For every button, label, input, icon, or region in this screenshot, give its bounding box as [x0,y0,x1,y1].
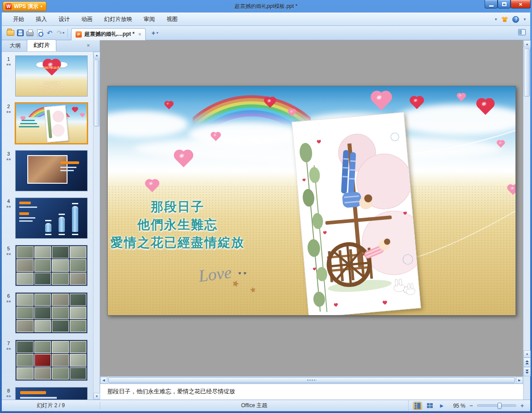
slide-thumbnail-2[interactable]: 2 ★★ [2,102,93,149]
slide-thumbnail-image[interactable] [15,245,88,286]
photo-cell [17,341,34,353]
couple-illustration [292,113,420,316]
slide-thumbnail-5[interactable]: 5 ★★ [2,244,93,291]
slide-thumbnail-8[interactable]: 8 ★★ [2,386,93,400]
slide-thumbnail-7[interactable]: 7 ★★ [2,339,93,386]
task-pane-toggle-icon[interactable] [518,29,526,35]
maximize-button[interactable] [498,0,511,8]
tab-close-icon[interactable]: × [138,31,141,38]
zoom-slider-thumb[interactable] [498,403,502,409]
collapse-ribbon-icon[interactable]: ▾ [495,17,497,21]
tab-outline[interactable]: 大纲 [4,40,27,51]
slide-thumbnail-image[interactable] [15,340,88,381]
slide-thumbnail-image[interactable] [15,198,88,239]
slide-number: 8 [7,388,10,393]
slideshow-button[interactable]: ▶ [437,402,446,410]
print-button[interactable] [25,28,35,38]
panel-close-icon[interactable]: × [87,42,90,49]
panel-scrollbar-thumb[interactable] [94,59,99,126]
scroll-left-icon[interactable]: ◀ [100,377,107,384]
heart-graphic [411,97,423,109]
chart-bar [72,206,78,232]
menu-design[interactable]: 设计 [53,13,76,26]
print-preview-button[interactable] [35,28,45,38]
slide-sorter-view-button[interactable] [425,402,434,410]
notes-pane[interactable]: 那段日子，他们永生难忘，爱情之花已经尽情绽放 [100,384,523,400]
zoom-out-button[interactable]: − [469,402,474,409]
thumb-text-bar [19,217,35,219]
thumb-text-bar [60,167,76,168]
slide-thumbnail-6[interactable]: 6 ★★ [2,291,93,339]
scroll-right-icon[interactable]: ▶ [516,377,523,384]
slide-editing-area[interactable]: 那段日子 他們永生難忘 愛情之花已經盡情綻放 Love ♥ ♥ ★ ★ [100,40,523,376]
slide-thumbnail-image[interactable]: 2007年10月 相爱在沙滩 大海见证了他们的爱情 [15,55,88,97]
photo-cell [17,294,34,306]
thumb-text-bar [60,170,74,171]
scroll-up-icon[interactable]: ▲ [524,40,531,47]
slide-thumbnail-image[interactable] [15,103,88,144]
tab-slides[interactable]: 幻灯片 [27,39,56,51]
slide-thumbnail-image[interactable] [15,387,88,400]
zoom-slider[interactable] [477,405,516,407]
normal-view-button[interactable] [413,402,422,410]
undo-history-caret-icon[interactable]: ▾ [63,31,64,35]
photo-cell [70,273,87,285]
slide-thumbnail-image[interactable] [15,292,88,333]
menu-slideshow[interactable]: 幻灯片放映 [98,13,138,26]
slide-title-textbox[interactable]: 那段日子 他們永生難忘 愛情之花已經盡情綻放 [110,198,245,252]
horizontal-scrollbar-thumb[interactable] [108,377,515,383]
thumb-text-bar [21,120,35,121]
minimize-button[interactable] [485,0,498,8]
document-tab[interactable]: P 超震撼的婚礼....ppt * × [71,28,146,40]
menu-view[interactable]: 视图 [161,13,184,26]
open-button[interactable] [5,28,15,38]
next-slide-button[interactable] [524,367,531,376]
thumb-text-bar [20,397,57,399]
slide-thumbnail-image[interactable] [15,150,88,191]
menu-review[interactable]: 审阅 [138,13,161,26]
chart-label [45,220,51,221]
photo-cell [34,307,51,319]
photo-cell [70,307,87,319]
animation-star-icon: ★★ [6,110,10,114]
previous-slide-button[interactable] [524,358,531,367]
horizontal-scrollbar[interactable]: ◀ ▶ [100,376,523,384]
vertical-scrollbar[interactable]: ▲ ▼ [523,40,530,376]
panel-scrollbar[interactable]: ▲ ▼ [93,52,100,400]
help-icon[interactable]: ? [512,16,519,23]
vertical-scrollbar-thumb[interactable] [524,48,530,97]
plus-icon: + [152,30,155,37]
chart-label [59,234,65,235]
slide-thumbnail-4[interactable]: 4 ★★ [2,197,93,244]
chevron-down-icon[interactable]: ▾ [524,17,526,21]
close-button[interactable]: × [511,0,531,8]
menu-insert[interactable]: 插入 [30,13,53,26]
zoom-in-button[interactable]: + [519,402,525,409]
heart-graphic [498,141,504,148]
heart-graphic [289,110,296,116]
photo-cell [70,341,87,353]
slide-number: 6 [7,293,10,299]
heart-graphic [176,152,192,168]
tiny-hearts-icon: ♥ ♥ [238,270,247,276]
slide-thumbnail-3[interactable]: 3 ★★ [2,149,93,197]
document-tab-label: 超震撼的婚礼....ppt * [84,30,135,38]
menu-start[interactable]: 开始 [7,13,30,26]
tab-list-caret-icon[interactable]: ▾ [156,31,158,35]
skin-icon[interactable] [501,17,508,22]
menu-animation[interactable]: 动画 [76,13,98,26]
photo-cell [34,259,51,271]
save-icon [17,30,24,36]
scroll-down-icon[interactable]: ▼ [93,393,100,400]
splitter-grip-icon[interactable] [307,379,317,381]
slide-thumbnail-1[interactable]: 1 ★★ 2007年10月 相爱在沙滩 大海见证了他们的爱情 [2,55,93,102]
scroll-down-icon[interactable]: ▼ [524,350,531,358]
scroll-up-icon[interactable]: ▲ [93,52,100,59]
photo-cell [70,294,87,306]
slide-canvas[interactable]: 那段日子 他們永生難忘 愛情之花已經盡情綻放 Love ♥ ♥ ★ ★ [107,86,516,316]
thumb-text-bar [19,206,37,208]
love-script-text[interactable]: Love [198,262,233,286]
save-button[interactable] [15,28,25,38]
quick-toolbar: ↶ ↷ ▾ P 超震撼的婚礼....ppt * × + ▾ [2,26,530,40]
undo-button[interactable]: ↶ [45,28,55,38]
